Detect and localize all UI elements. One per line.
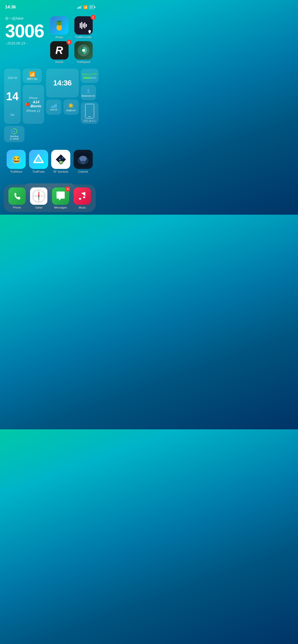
music-app-label: Music bbox=[79, 206, 86, 209]
svg-text:S: S bbox=[14, 131, 15, 132]
trollspeed-label: TrollSpeed bbox=[77, 61, 90, 64]
widget-date: 2024-09 14 Sat bbox=[4, 69, 21, 124]
trollfools-label: TrollFools bbox=[32, 170, 45, 173]
svg-text:E: E bbox=[41, 195, 42, 197]
widget-iphone-model: iPhone bbox=[29, 96, 38, 99]
cell-icon bbox=[51, 103, 57, 108]
widget-date-year: 2024-09 bbox=[8, 77, 17, 79]
widget-wifi: 📶 WIFI On bbox=[23, 69, 42, 83]
svg-text:S: S bbox=[38, 199, 39, 200]
bright-label: Bright:64 bbox=[66, 109, 76, 112]
colorful-icon bbox=[74, 150, 93, 169]
svg-rect-0 bbox=[80, 23, 81, 28]
app-asspp[interactable]: 🍍 Asspp bbox=[48, 16, 70, 39]
svg-rect-2 bbox=[83, 23, 84, 27]
widget-bright: ☀️ Bright:64 bbox=[63, 99, 79, 115]
widget-row-storage: S Residue 37.26GB bbox=[4, 126, 95, 142]
dock-app-phone[interactable]: Phone bbox=[8, 187, 26, 209]
safari-icon: N S E W bbox=[30, 187, 47, 205]
bt-label: Bluetooth:On bbox=[82, 95, 95, 97]
trollrecorder-badge: 1 bbox=[91, 15, 96, 20]
app-sfsymbols[interactable]: ★ ✦ ◆ 💵 SF Symbols bbox=[51, 150, 70, 173]
trollrecorder-icon bbox=[74, 16, 93, 35]
widget-row-1: 2024-09 14 Sat 📶 WIFI On iPhone 🍎 A14 Bi… bbox=[4, 69, 95, 124]
widget-chip: A14 Bionic bbox=[31, 100, 42, 108]
svg-rect-4 bbox=[86, 24, 87, 27]
asspp-label: Asspp bbox=[55, 36, 63, 39]
top-apps-grid: 🍍 Asspp 1 TrollRecord bbox=[48, 16, 94, 64]
widget-time-display: 14:36 bbox=[53, 79, 72, 87]
app-trollspeed[interactable]: TrollSpeed bbox=[73, 41, 94, 64]
widget-date-weekday: Sat bbox=[10, 113, 14, 116]
trollstore-icon: 😂 bbox=[7, 150, 26, 169]
svg-point-11 bbox=[82, 49, 85, 52]
svg-rect-7 bbox=[89, 33, 91, 33]
dock-app-messages[interactable]: 4 Messages bbox=[52, 187, 69, 209]
widget-battery: Battery:57% bbox=[81, 69, 99, 83]
safari-app-label: Safari bbox=[35, 206, 43, 209]
svg-text:💵: 💵 bbox=[59, 160, 63, 165]
reveil-label: Reveil bbox=[55, 61, 63, 64]
svg-rect-3 bbox=[84, 22, 85, 28]
wifi-icon: 📶 bbox=[29, 71, 35, 77]
app-trollrecorder[interactable]: 1 TrollRecorder bbox=[73, 16, 94, 39]
trollfools-icon bbox=[29, 150, 48, 169]
widget-phone-model: iPhone 12 bbox=[26, 109, 40, 113]
dock: Phone N S E W Safari bbox=[4, 184, 96, 212]
status-icons: 📶 57 bbox=[77, 5, 94, 9]
status-time: 14:36 bbox=[5, 5, 16, 10]
svg-text:✦: ✦ bbox=[61, 156, 64, 159]
counter-number: 3006 bbox=[5, 22, 46, 40]
music-icon bbox=[74, 187, 91, 205]
reveil-icon: R bbox=[50, 41, 69, 60]
app-colorful[interactable]: Colorful bbox=[74, 150, 93, 173]
system-widgets: 2024-09 14 Sat 📶 WIFI On iPhone 🍎 A14 Bi… bbox=[0, 66, 99, 145]
app-trollfools[interactable]: TrollFools bbox=[29, 150, 48, 173]
counter-subtitle: 在一起have bbox=[5, 16, 46, 21]
widget-bluetooth: ᛒ Bluetooth:On bbox=[81, 85, 96, 100]
widget-phone-outline: iOS 16.4.1 bbox=[81, 102, 99, 124]
app-trollstore[interactable]: 😂 TrollStore bbox=[7, 150, 26, 173]
ios-version: iOS 16.4.1 bbox=[84, 120, 96, 122]
status-bar: 14:36 📶 57 bbox=[0, 0, 99, 11]
counter-widget: 在一起have 3006 - 2016.06.23 - bbox=[5, 16, 46, 64]
widget-time: 14:36 bbox=[46, 69, 79, 97]
battery-bar bbox=[83, 77, 96, 79]
messages-badge: 4 bbox=[65, 186, 70, 192]
widget-cell: Cell On bbox=[46, 99, 61, 115]
reveil-badge: 6 bbox=[66, 40, 72, 45]
top-section: 在一起have 3006 - 2016.06.23 - 🍍 Asspp bbox=[0, 14, 99, 66]
wifi-label: WIFI On bbox=[27, 77, 37, 80]
svg-text:😂: 😂 bbox=[12, 155, 21, 164]
battery-indicator: 57 bbox=[89, 5, 94, 9]
wifi-status-icon: 📶 bbox=[83, 5, 88, 9]
svg-point-5 bbox=[88, 30, 91, 33]
svg-text:N: N bbox=[38, 192, 39, 193]
sfsymbols-icon: ★ ✦ ◆ 💵 bbox=[51, 150, 70, 169]
counter-date: - 2016.06.23 - bbox=[5, 41, 46, 45]
widget-iphone-info: iPhone 🍎 A14 Bionic iPhone 12 bbox=[23, 85, 44, 124]
phone-app-label: Phone bbox=[13, 206, 21, 209]
battery-label: Battery:57% bbox=[82, 73, 97, 76]
battery-level: 57 bbox=[90, 6, 93, 9]
bluetooth-icon: ᛒ bbox=[87, 88, 90, 94]
app-reveil[interactable]: R 6 Reveil bbox=[48, 41, 70, 64]
phone-silhouette bbox=[85, 104, 94, 119]
storage-ring-icon: S bbox=[9, 128, 19, 135]
battery-fill bbox=[83, 77, 91, 79]
svg-rect-1 bbox=[81, 22, 82, 29]
sun-icon: ☀️ bbox=[68, 103, 74, 109]
widget-storage: S Residue 37.26GB bbox=[4, 126, 24, 142]
colorful-label: Colorful bbox=[78, 170, 88, 173]
widget-date-day: 14 bbox=[6, 91, 19, 102]
trollrecorder-label: TrollRecorder bbox=[75, 36, 92, 39]
dock-app-safari[interactable]: N S E W Safari bbox=[30, 187, 47, 209]
trollspeed-icon bbox=[74, 41, 93, 60]
trollstore-label: TrollStore bbox=[10, 170, 22, 173]
messages-app-label: Messages bbox=[54, 206, 67, 209]
svg-text:W: W bbox=[35, 195, 37, 197]
dock-app-music[interactable]: Music bbox=[74, 187, 91, 209]
asspp-icon: 🍍 bbox=[50, 16, 69, 35]
signal-icon bbox=[77, 6, 82, 9]
phone-icon bbox=[8, 187, 26, 205]
